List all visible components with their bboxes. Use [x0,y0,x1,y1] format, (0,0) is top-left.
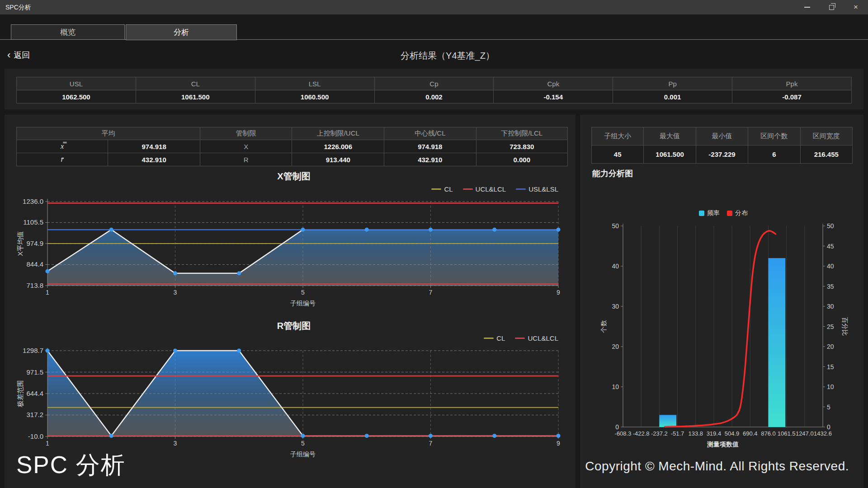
svg-text:45: 45 [827,243,834,250]
stats-col-value: 1062.500 [17,90,136,103]
r-cl: 432.910 [384,153,476,166]
svg-text:319.4: 319.4 [707,430,722,437]
restore-icon [829,5,834,10]
control-header-cl: 中心线/CL [384,127,476,140]
stats-col-value: -0.087 [732,90,852,103]
restore-button[interactable] [819,0,844,14]
svg-text:844.4: 844.4 [26,260,43,268]
svg-text:317.2: 317.2 [26,411,43,418]
svg-text:50: 50 [612,222,619,230]
table-row: r̄ 432.910 R 913.440 432.910 0.000 [17,153,568,166]
control-table-header-row: 平均 管制限 上控制限/UCL 中心线/CL 下控制限/LCL [17,127,568,140]
svg-text:35: 35 [827,283,834,290]
window-title: SPC分析 [5,0,31,14]
summary-header-row: 子组大小 最大值 最小值 区间个数 区间宽度 [592,127,853,145]
copyright-text: Copyright © Mech-Mind. All Rights Reserv… [585,459,849,474]
svg-text:9: 9 [557,440,560,447]
summary-value: 6 [748,145,800,164]
x-control-chart-canvas: 1236.01105.5974.9844.4713.813579X平均值子组编号 [14,181,574,307]
tab-overview[interactable]: 概览 [11,24,125,40]
control-header-ucl: 上控制限/UCL [292,127,384,140]
page-title: 分析结果（Y4基准_Z） [27,50,868,62]
control-limits-table: 平均 管制限 上控制限/UCL 中心线/CL 下控制限/LCL x̿ 974.9… [16,127,568,166]
svg-text:15: 15 [827,363,834,371]
stats-table: USL CL LSL Cp Cpk Pp Ppk 1062.500 1061.5… [16,77,852,103]
control-header-limit: 管制限 [200,127,292,140]
summary-value-row: 45 1061.500 -237.229 6 216.455 [592,145,853,164]
back-button[interactable]: ‹ 返回 [7,50,30,61]
stats-col-label: Cpk [494,77,613,90]
rbar-symbol: r̄ [17,153,108,166]
summary-value: -237.229 [696,145,748,164]
svg-text:1: 1 [46,440,49,447]
svg-text:974.9: 974.9 [26,239,43,247]
svg-text:个数: 个数 [600,320,607,333]
control-header-lcl: 下控制限/LCL [476,127,567,140]
svg-text:20: 20 [827,343,834,350]
window-controls: × [795,0,868,14]
svg-text:5: 5 [301,440,305,447]
svg-text:40: 40 [612,263,619,270]
stats-col-label: Cp [374,77,494,90]
summary-header: 区间宽度 [800,127,852,145]
svg-text:3: 3 [174,440,177,447]
svg-text:X平均值: X平均值 [16,231,24,256]
stats-value-row: 1062.500 1061.500 1060.500 0.002 -0.154 … [17,90,852,103]
xbar-symbol: x̿ [17,140,108,153]
svg-text:5: 5 [827,404,830,411]
minimize-icon [804,7,810,8]
capability-chart-canvas: 0102030405005101520253035404550-608.3-42… [588,208,859,450]
svg-text:30: 30 [827,303,834,310]
svg-text:-51.7: -51.7 [671,430,684,437]
summary-value: 216.455 [800,145,852,164]
summary-value: 1061.500 [644,145,696,164]
svg-text:极差范围: 极差范围 [16,380,24,408]
stats-col-value: -0.154 [494,90,613,103]
r-limit-symbol: R [200,153,292,166]
svg-text:7: 7 [429,440,433,447]
svg-text:876.0: 876.0 [761,430,776,437]
svg-text:-608.3: -608.3 [615,430,632,437]
svg-text:1247.0: 1247.0 [796,430,814,437]
svg-text:-422.8: -422.8 [633,430,650,437]
summary-value: 45 [592,145,644,164]
svg-text:9: 9 [557,289,560,296]
summary-header: 最小值 [696,127,748,145]
svg-text:子组编号: 子组编号 [290,450,316,458]
stats-col-label: CL [136,77,255,90]
svg-text:50: 50 [827,222,834,230]
histogram-summary-table: 子组大小 最大值 最小值 区间个数 区间宽度 45 1061.500 -237.… [591,127,853,164]
stats-col-value: 1061.500 [136,90,255,103]
svg-text:504.9: 504.9 [725,430,740,437]
svg-text:1061.5: 1061.5 [778,430,796,437]
svg-text:133.8: 133.8 [688,430,703,437]
summary-header: 最大值 [644,127,696,145]
svg-text:测量项数值: 测量项数值 [707,441,739,448]
r-control-chart-canvas: 1298.7971.5644.4317.2-10.013579极差范围子组编号 [14,330,574,461]
x-limit-symbol: X [200,140,292,153]
stats-col-label: Ppk [732,77,852,90]
r-lcl: 0.000 [476,153,567,166]
back-chevron-icon: ‹ [7,51,10,59]
minimize-button[interactable] [795,0,819,14]
app-brand: SPC 分析 [16,449,126,482]
svg-text:690.4: 690.4 [743,430,758,437]
svg-text:3: 3 [174,289,177,296]
svg-text:1: 1 [46,289,49,296]
svg-text:1105.5: 1105.5 [23,218,43,226]
r-ucl: 913.440 [292,153,384,166]
summary-header: 子组大小 [592,127,644,145]
svg-text:20: 20 [612,343,619,350]
svg-text:10: 10 [827,383,834,390]
close-button[interactable]: × [844,0,868,14]
capability-section-title: 能力分析图 [592,168,633,179]
x-lcl: 723.830 [476,140,567,153]
svg-text:0: 0 [827,423,830,431]
tab-analysis[interactable]: 分析 [126,24,237,40]
stats-col-value: 0.001 [613,90,732,103]
svg-text:-237.2: -237.2 [651,430,668,437]
close-icon: × [854,3,858,12]
stats-header-row: USL CL LSL Cp Cpk Pp Ppk [17,77,852,90]
stats-col-value: 1060.500 [255,90,374,103]
svg-text:713.8: 713.8 [26,282,43,289]
